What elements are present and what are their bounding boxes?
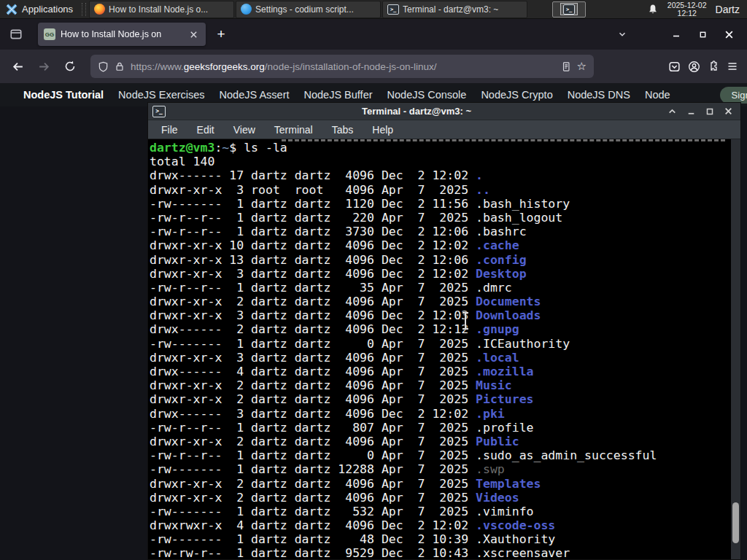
terminal-line: drwxr-xr-x 2 dartz dartz 4096 Apr 7 2025… bbox=[150, 477, 730, 491]
maximize-icon[interactable] bbox=[705, 107, 714, 116]
url-domain: geeksforgeeks.org bbox=[184, 61, 265, 72]
site-nav-item[interactable]: NodeJS DNS bbox=[568, 89, 630, 101]
menu-hamburger-icon[interactable] bbox=[727, 61, 738, 72]
firefox-view-icon bbox=[9, 28, 23, 41]
terminal-line: drwxr-xr-x 3 dartz dartz 4096 Dec 2 12:0… bbox=[150, 308, 730, 322]
list-all-tabs-button[interactable] bbox=[611, 23, 633, 45]
reload-button[interactable] bbox=[58, 55, 82, 78]
site-nav-item-active[interactable]: NodeJS Tutorial bbox=[23, 89, 104, 101]
terminal-menu-file[interactable]: File bbox=[161, 124, 178, 136]
file-name: .vscode-oss bbox=[476, 518, 555, 532]
file-name: .swp bbox=[476, 462, 505, 476]
terminal-menu-tabs[interactable]: Tabs bbox=[332, 124, 354, 136]
tab-close-button[interactable] bbox=[187, 28, 200, 41]
chevron-down-icon bbox=[617, 29, 627, 39]
close-icon bbox=[190, 31, 198, 39]
terminal-menu-terminal[interactable]: Terminal bbox=[274, 124, 313, 136]
bookmark-star-icon[interactable]: ☆ bbox=[577, 60, 587, 73]
file-name: .mozilla bbox=[476, 365, 533, 378]
vscodium-icon bbox=[241, 4, 252, 15]
firefox-view-button[interactable] bbox=[4, 24, 28, 44]
site-nav-item[interactable]: NodeJS Assert bbox=[220, 89, 290, 101]
terminal-icon: >_ bbox=[152, 106, 166, 117]
terminal-menu-help[interactable]: Help bbox=[372, 124, 393, 136]
file-name: .local bbox=[476, 351, 519, 365]
applications-menu-button[interactable]: Applications bbox=[0, 0, 79, 19]
maximize-button[interactable] bbox=[694, 26, 711, 42]
site-nav-item[interactable]: NodeJS Crypto bbox=[481, 89, 552, 101]
terminal-menu-edit[interactable]: Edit bbox=[197, 124, 214, 136]
terminal-line: -rw-rw-r-- 1 dartz dartz 9529 Dec 2 10:4… bbox=[150, 546, 730, 559]
account-icon[interactable] bbox=[688, 61, 700, 73]
terminal-icon: >_ bbox=[387, 4, 399, 15]
new-tab-button[interactable]: + bbox=[210, 23, 232, 45]
terminal-prompt-line: dartz@vm3:~$ ls -la bbox=[150, 141, 730, 155]
terminal-window-title: Terminal - dartz@vm3: ~ bbox=[166, 106, 667, 117]
terminal-line: drwxr-xr-x 3 root root 4096 Apr 7 2025 .… bbox=[150, 183, 730, 197]
clock[interactable]: 2025-12-02 12:12 bbox=[667, 1, 707, 18]
forward-arrow-icon bbox=[38, 61, 50, 73]
terminal-window: >_ Terminal - dartz@vm3: ~ FileEditViewT… bbox=[147, 102, 741, 560]
terminal-line: drwxr-xr-x 13 dartz dartz 4096 Dec 2 12:… bbox=[150, 253, 730, 267]
extensions-puzzle-icon[interactable] bbox=[708, 61, 719, 72]
terminal-output[interactable]: dartz@vm3:~$ ls -la total 140 drwx------… bbox=[148, 139, 740, 559]
close-icon bbox=[724, 30, 734, 39]
file-name: .. bbox=[476, 183, 490, 197]
browser-tab[interactable]: GG How to Install Node.js on bbox=[38, 23, 206, 46]
close-icon[interactable] bbox=[724, 106, 733, 116]
terminal-line: drwxr-xr-x 2 dartz dartz 4096 Apr 7 2025… bbox=[150, 491, 730, 505]
clock-date: 2025-12-02 bbox=[667, 1, 707, 9]
lock-icon bbox=[115, 61, 125, 71]
terminal-line: -rw------- 1 dartz dartz 0 Apr 7 2025 .I… bbox=[150, 337, 730, 351]
terminal-line: drwxr-xr-x 3 dartz dartz 4096 Dec 2 12:0… bbox=[150, 267, 730, 281]
taskbar-button[interactable]: How to Install Node.js o... bbox=[89, 1, 234, 18]
terminal-line: drwxr-xr-x 2 dartz dartz 4096 Apr 7 2025… bbox=[150, 378, 730, 392]
file-name: Videos bbox=[476, 491, 519, 505]
terminal-line: drwxrwxr-x 4 dartz dartz 4096 Dec 2 12:0… bbox=[150, 518, 730, 532]
site-favicon-icon: GG bbox=[44, 28, 55, 40]
window-controls bbox=[668, 26, 737, 42]
file-name: .bashrc bbox=[476, 225, 527, 238]
terminal-line: drwxr-xr-x 10 dartz dartz 4096 Dec 2 12:… bbox=[150, 238, 730, 252]
file-name: Pictures bbox=[476, 392, 533, 406]
notification-bell-icon[interactable] bbox=[647, 4, 659, 15]
terminal-scrollbar[interactable] bbox=[731, 139, 740, 559]
back-button[interactable] bbox=[6, 55, 29, 78]
back-arrow-icon bbox=[12, 61, 24, 73]
url-scheme: https://www. bbox=[131, 61, 184, 72]
terminal-titlebar[interactable]: >_ Terminal - dartz@vm3: ~ bbox=[148, 103, 740, 120]
terminal-line: -rw------- 1 dartz dartz 532 Apr 7 2025 … bbox=[150, 505, 730, 518]
file-name: .profile bbox=[476, 421, 533, 435]
terminal-lines: dartz@vm3:~$ ls -la total 140 drwx------… bbox=[150, 141, 730, 559]
terminal-line: -rw-r--r-- 1 dartz dartz 3730 Dec 2 12:0… bbox=[150, 225, 730, 238]
taskbar-button[interactable]: Settings - codium script... bbox=[236, 1, 381, 18]
close-window-button[interactable] bbox=[721, 26, 737, 42]
reader-mode-icon[interactable] bbox=[561, 61, 571, 72]
forward-button[interactable] bbox=[32, 55, 55, 78]
terminal-menu-view[interactable]: View bbox=[233, 124, 255, 136]
file-name: .Xauthority bbox=[476, 532, 555, 546]
site-nav-item[interactable]: NodeJS Exercises bbox=[118, 89, 204, 101]
site-nav-item[interactable]: NodeJS Console bbox=[387, 89, 467, 101]
terminal-window-controls bbox=[667, 106, 736, 116]
site-nav-item[interactable]: NodeJS Buffer bbox=[304, 89, 373, 101]
clock-time: 12:12 bbox=[667, 9, 707, 18]
browser-tab-bar: GG How to Install Node.js on + bbox=[0, 19, 747, 50]
sign-in-button[interactable]: Sign In bbox=[720, 87, 747, 104]
terminal-line: -rw-r--r-- 1 dartz dartz 807 Apr 7 2025 … bbox=[150, 421, 730, 435]
file-name: .config bbox=[476, 253, 527, 267]
terminal-line: drwx------ 2 dartz dartz 4096 Dec 2 12:1… bbox=[150, 322, 730, 336]
shade-up-icon[interactable] bbox=[667, 106, 677, 116]
prompt-command: $ ls -la bbox=[229, 141, 287, 155]
pocket-save-icon[interactable] bbox=[668, 61, 681, 73]
scrollbar-thumb[interactable] bbox=[732, 502, 739, 543]
minimize-icon bbox=[672, 30, 681, 39]
taskbar-button[interactable]: >_Terminal - dartz@vm3: ~ bbox=[382, 1, 527, 18]
minimize-button[interactable] bbox=[668, 26, 684, 42]
file-name: Documents bbox=[476, 295, 541, 308]
workspace-switcher[interactable]: >_ bbox=[552, 1, 586, 18]
site-nav-item[interactable]: Node bbox=[645, 89, 670, 101]
minimize-icon[interactable] bbox=[686, 106, 696, 116]
terminal-line: drwxr-xr-x 2 dartz dartz 4096 Apr 7 2025… bbox=[150, 295, 730, 308]
url-bar[interactable]: https://www.geeksforgeeks.org/node-js/in… bbox=[90, 55, 594, 78]
